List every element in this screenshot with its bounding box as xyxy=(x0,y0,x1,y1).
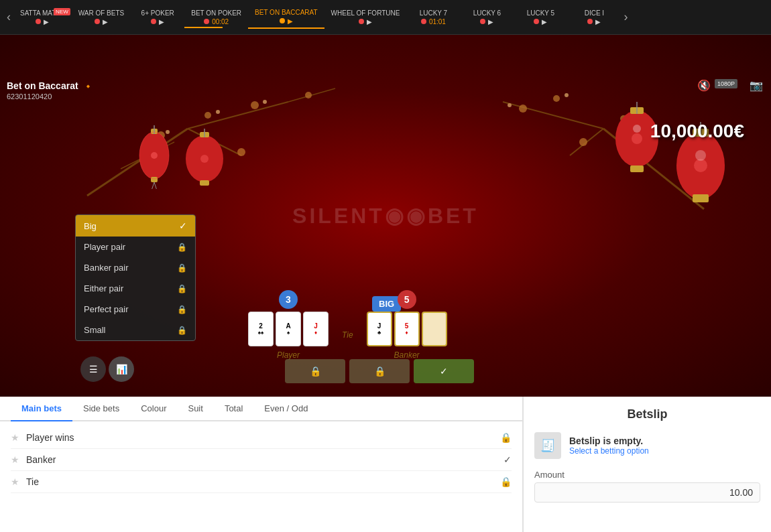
svg-point-41 xyxy=(633,125,641,133)
tab-even-odd[interactable]: Even / Odd xyxy=(253,397,318,421)
svg-line-30 xyxy=(154,182,158,189)
lock-icon-player-wins: 🔒 xyxy=(500,432,512,443)
nav-left-arrow[interactable]: ‹ xyxy=(4,10,13,24)
betslip-empty-subtitle: Select a betting option xyxy=(569,446,649,456)
nav-item-wheel-of-fortune[interactable]: WHEEL OF FORTUNE ▶ xyxy=(324,7,407,28)
banker-card-1: J ♣ xyxy=(367,312,392,346)
dropdown-item-either-pair[interactable]: Either pair 🔒 xyxy=(76,278,195,299)
nav-dot xyxy=(280,18,285,23)
nav-dot xyxy=(534,19,539,24)
banker-section: 5 J ♣ 5 ♦ Banker xyxy=(367,290,447,360)
nav-item-lucky-5[interactable]: LUCKY 5 ▶ xyxy=(514,7,567,28)
betslip-title: Betslip xyxy=(534,407,760,421)
betslip-empty-state: 🧾 Betslip is empty. Select a betting opt… xyxy=(534,432,760,459)
nav-item-bet-on-baccarat[interactable]: BET ON BACCARAT ▶ xyxy=(248,6,324,29)
nav-item-dice-i[interactable]: DICE I ▶ xyxy=(567,7,621,28)
amount-label: Amount xyxy=(534,470,760,480)
nav-right-arrow[interactable]: › xyxy=(621,10,630,24)
bet-list: ★ Player wins 🔒 ★ Banker ✓ ★ Tie 🔒 xyxy=(0,421,522,498)
tie-label: Tie xyxy=(342,330,353,340)
tab-colour[interactable]: Colour xyxy=(130,397,177,421)
star-icon-banker[interactable]: ★ xyxy=(11,454,19,465)
svg-point-7 xyxy=(251,101,259,109)
bet-row-tie[interactable]: ★ Tie 🔒 xyxy=(11,471,512,493)
svg-point-8 xyxy=(305,92,312,98)
lock-icon-tie: 🔒 xyxy=(500,476,512,487)
dropdown-item-small[interactable]: Small 🔒 xyxy=(76,320,195,340)
bets-panel: Main bets Side bets Colour Suit Total Ev… xyxy=(0,397,523,532)
bet-row-player-wins[interactable]: ★ Player wins 🔒 xyxy=(11,427,512,449)
nav-item-lucky-6[interactable]: LUCKY 6 ▶ xyxy=(460,7,514,28)
nav-item-war-of-bets[interactable]: WAR OF BETS ▶ xyxy=(72,7,131,28)
nav-dot xyxy=(204,19,209,24)
svg-rect-44 xyxy=(693,194,709,202)
bet-type-dropdown[interactable]: Big ✓ Player pair 🔒 Banker pair 🔒 Either… xyxy=(75,214,196,341)
dropdown-item-banker-pair[interactable]: Banker pair 🔒 xyxy=(76,257,195,278)
tab-total[interactable]: Total xyxy=(214,397,253,421)
cards-area: 3 2 ♠♠ A ♠ J ♦ Player Tie xyxy=(248,290,447,360)
svg-point-27 xyxy=(151,152,158,159)
nav-dot xyxy=(587,19,593,24)
player-lock-button[interactable]: 🔒 xyxy=(285,359,345,383)
lantern-left-2 xyxy=(181,129,228,189)
betslip-empty-title: Betslip is empty. xyxy=(569,436,649,446)
dropdown-item-perfect-pair[interactable]: Perfect pair 🔒 xyxy=(76,299,195,320)
svg-point-35 xyxy=(200,155,209,163)
tab-main-bets[interactable]: Main bets xyxy=(11,397,72,421)
svg-point-21 xyxy=(508,103,512,107)
dropdown-item-big[interactable]: Big ✓ xyxy=(76,215,195,237)
new-badge: NEW xyxy=(54,8,70,15)
star-icon-player-wins[interactable]: ★ xyxy=(11,432,19,443)
bottom-section: Main bets Side bets Colour Suit Total Ev… xyxy=(0,397,771,532)
banker-cards: J ♣ 5 ♦ xyxy=(367,312,447,346)
video-area: Bet on Baccarat 🔸 62301120420 10,000.00€… xyxy=(0,35,771,397)
svg-line-15 xyxy=(503,102,603,129)
tie-section: Tie xyxy=(342,330,353,340)
star-icon-tie[interactable]: ★ xyxy=(11,476,19,487)
nav-dot xyxy=(359,19,364,24)
menu-icon-button[interactable]: ☰ xyxy=(80,356,106,382)
svg-rect-33 xyxy=(200,180,209,186)
game-id: 62301120420 xyxy=(7,92,52,101)
bottom-controls: ☰ 📊 xyxy=(80,356,134,382)
bet-name-tie: Tie xyxy=(26,476,500,487)
nav-dot xyxy=(151,19,156,24)
betslip-receipt-icon: 🧾 xyxy=(534,432,561,459)
tab-suit[interactable]: Suit xyxy=(177,397,213,421)
nav-item-6plus-poker[interactable]: 6+ POKER ▶ xyxy=(131,7,184,28)
svg-point-13 xyxy=(263,100,267,104)
svg-line-1 xyxy=(188,102,288,129)
action-buttons: 🔒 🔒 ✓ xyxy=(285,359,474,383)
dropdown-item-player-pair[interactable]: Player pair 🔒 xyxy=(76,237,195,257)
mute-button[interactable]: 🔇 xyxy=(697,79,711,92)
nav-item-satta-matka[interactable]: SATTA MATKA NEW ▶ xyxy=(13,7,72,28)
svg-point-12 xyxy=(216,110,220,114)
nav-item-bet-on-poker[interactable]: BET ON POKER 00:02 xyxy=(184,7,248,28)
nav-item-lucky-7[interactable]: LUCKY 7 01:01 xyxy=(406,7,460,28)
nav-dot xyxy=(95,19,100,24)
banker-check-button[interactable]: ✓ xyxy=(414,359,474,383)
player-card-3: J ♦ xyxy=(303,312,329,346)
tab-side-bets[interactable]: Side bets xyxy=(72,397,130,421)
tie-lock-button[interactable]: 🔒 xyxy=(349,359,410,383)
stats-icon-button[interactable]: 📊 xyxy=(109,356,134,382)
player-cards: 2 ♠♠ A ♠ J ♦ xyxy=(248,312,329,346)
player-label: Player xyxy=(277,350,300,360)
svg-rect-38 xyxy=(630,165,644,172)
svg-point-22 xyxy=(565,93,569,97)
svg-point-18 xyxy=(553,95,560,102)
top-navigation: ‹ SATTA MATKA NEW ▶ WAR OF BETS ▶ 6+ POK… xyxy=(0,0,771,35)
svg-point-10 xyxy=(237,148,245,156)
tabs-row: Main bets Side bets Colour Suit Total Ev… xyxy=(0,397,522,421)
check-icon-banker: ✓ xyxy=(503,454,512,465)
betslip-panel: Betslip 🧾 Betslip is empty. Select a bet… xyxy=(523,397,771,532)
nav-progress-bar xyxy=(184,27,223,28)
svg-point-40 xyxy=(632,133,642,144)
bet-row-banker[interactable]: ★ Banker ✓ xyxy=(11,449,512,471)
amount-input[interactable] xyxy=(534,482,760,503)
svg-rect-25 xyxy=(151,177,158,182)
player-card-1: 2 ♠♠ xyxy=(248,312,274,346)
camera-button[interactable]: 📷 xyxy=(750,79,763,92)
player-score-badge: 3 xyxy=(279,290,298,309)
svg-point-47 xyxy=(695,150,706,161)
